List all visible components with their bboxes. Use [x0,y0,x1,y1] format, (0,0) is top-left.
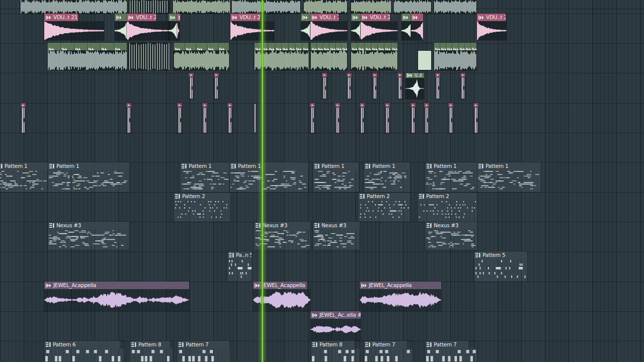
pattern-clip[interactable]: Pattern 5 [474,251,527,282]
pattern-clip[interactable]: Pattern 7 [364,341,413,362]
sliced-beat-clip[interactable] [351,43,397,70]
one-shot-clip[interactable] [202,103,207,133]
acapella-audio-clip[interactable]: JEWEL_Ac..ella #2 [310,311,361,340]
clip-label: Pattern 1 [56,163,79,170]
sliced-beat-clip[interactable] [128,43,170,70]
one-shot-clip[interactable] [126,103,131,133]
pattern-clip[interactable]: Pattern 2 [174,193,230,222]
vdu-audio-clip[interactable] [401,14,411,40]
clip-header [177,14,180,21]
audio-strip-clip[interactable] [351,0,391,14]
pattern-clip[interactable]: Pattern 8 [130,341,173,362]
one-shot-clip[interactable] [227,103,232,133]
slice-divider [281,43,282,50]
vdu-audio-clip[interactable]: VDU..t 21 [361,14,397,40]
playhead[interactable] [261,0,264,362]
pattern-clip[interactable]: Nexus #3 [313,222,360,250]
sliced-beat-clip[interactable] [310,43,347,70]
audio-strip-clip[interactable] [393,0,431,14]
pattern-clip[interactable]: Pattern 1 [313,162,359,192]
clip-header: Pattern 1 [313,162,359,170]
slice-divider [377,43,378,50]
v4-audio-clip[interactable]: V..4 [406,73,424,99]
audio-strip-clip[interactable] [173,0,230,14]
one-shot-clip[interactable] [360,103,365,133]
pattern-clip[interactable]: Pattern 8 [311,341,360,362]
audio-strip-clip[interactable] [303,0,347,14]
vdu-audio-clip[interactable] [169,14,177,40]
clip-label: Pattern 1 [486,163,508,170]
vdu-audio-clip[interactable]: VDU..t 21 [44,14,104,40]
one-shot-clip[interactable] [411,103,416,133]
pattern-clip[interactable]: Pattern 1 [0,162,48,192]
pattern-clip[interactable]: Pattern 1 [364,162,410,192]
pattern-clip[interactable]: Nexus #3 [48,222,129,250]
sliced-beat-clip[interactable] [174,43,229,70]
vdu-audio-clip[interactable]: VDU..t 21 [127,14,170,40]
acapella-audio-clip[interactable]: JEWEL_Acappella [360,282,441,311]
sliced-beat-clip[interactable] [434,43,476,70]
one-shot-clip[interactable] [385,103,390,133]
vdu-audio-clip[interactable] [115,14,127,40]
vdu-audio-clip[interactable]: VDU..t 21 [477,14,507,40]
one-shot-clip[interactable] [322,73,327,99]
clip-body [177,348,230,362]
one-shot-clip[interactable] [254,103,257,133]
clip-header [372,73,377,77]
clip-label: Pa..n 5 [236,252,252,259]
pattern-clip[interactable]: Pattern 1 [229,162,308,192]
pattern-clip[interactable]: Pattern 2 [358,193,410,222]
vdu-audio-clip[interactable] [301,14,310,40]
vdu-audio-clip[interactable]: VDU..t 21 [230,14,274,40]
sliced-beat-clip[interactable] [47,43,127,70]
clip-body [418,200,477,222]
one-shot-clip[interactable] [214,73,219,99]
pattern-clip[interactable]: Pattern 1 [477,162,541,192]
vdu-audio-clip[interactable] [411,14,423,40]
clip-header: JEWEL_Ac..ella #2 [310,311,361,319]
pattern-clip[interactable]: Nexus #3 [425,222,477,250]
acapella-audio-clip[interactable]: JEWEL_Acappella [44,282,189,311]
clip-header [411,103,416,107]
vdu-audio-clip[interactable] [177,14,180,40]
one-shot-clip[interactable] [177,103,182,133]
clip-body [310,319,361,340]
pattern-clip[interactable]: Pattern 6 [44,341,124,362]
clip-label: Nexus #3 [56,222,81,229]
audio-strip-clip[interactable] [231,0,300,14]
pattern-clip[interactable]: Pattern 7 [177,341,230,362]
clip-body [202,107,207,133]
clip-body [448,107,453,133]
audio-strip-clip[interactable] [129,0,170,14]
pattern-clip[interactable]: Pa..n 5 [227,251,252,282]
pattern-clip[interactable]: Pattern 1 [180,162,229,192]
pattern-clip[interactable]: Pattern 2 [418,193,477,222]
one-shot-clip[interactable] [397,73,403,99]
audio-strip-clip[interactable] [434,0,476,14]
pattern-clip[interactable]: Pattern 1 [425,162,477,192]
vdu-audio-clip[interactable]: VDU..t 21 [310,14,347,40]
one-shot-clip[interactable] [189,73,194,99]
one-shot-clip[interactable] [347,73,352,99]
clip-body [385,107,390,133]
one-shot-clip[interactable] [424,103,429,133]
playlist-grid[interactable]: VDU..t 21VDU..t 21VDU..t 21VDU..t 21VDU.… [0,0,644,362]
one-shot-clip[interactable] [21,103,26,133]
one-shot-clip[interactable] [473,103,478,133]
clip-header [310,43,347,50]
slice-divider [207,43,207,50]
sliced-beat-clip[interactable] [418,43,432,70]
one-shot-clip[interactable] [460,73,465,99]
one-shot-clip[interactable] [435,73,440,99]
audio-strip-clip[interactable] [20,0,127,14]
pattern-clip[interactable]: Pattern 1 [48,162,129,192]
one-shot-clip[interactable] [335,103,340,133]
clip-header [397,73,403,77]
vdu-audio-clip[interactable] [351,14,361,40]
one-shot-clip[interactable] [448,103,453,133]
clip-header: VDU..t 21 [361,14,390,21]
pattern-clip[interactable]: Pattern 7 [425,341,477,362]
clip-header: VDU..t 21 [310,14,339,21]
one-shot-clip[interactable] [372,73,377,99]
one-shot-clip[interactable] [310,103,315,133]
